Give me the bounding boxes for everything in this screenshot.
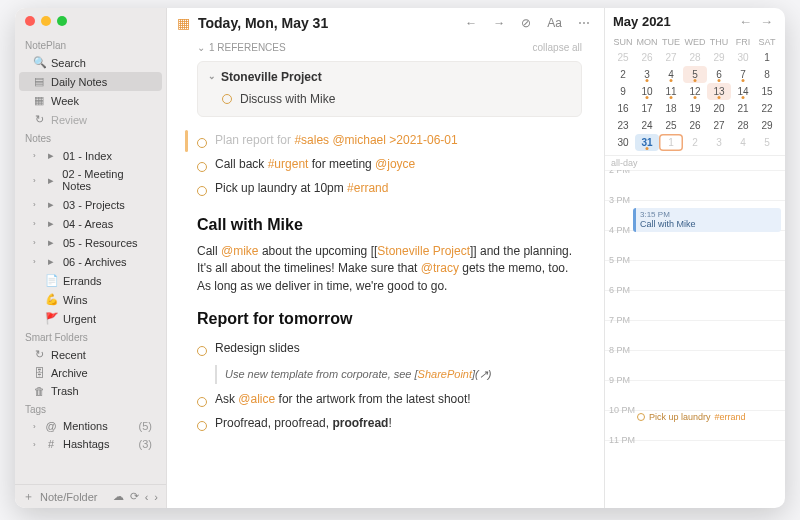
calendar-day[interactable]: 20: [707, 100, 731, 117]
todo-checkbox[interactable]: [197, 421, 207, 431]
timeline-hour[interactable]: 11 PM: [605, 440, 785, 470]
calendar-day[interactable]: 6: [707, 66, 731, 83]
todo-checkbox[interactable]: [197, 346, 207, 356]
todo-checkbox[interactable]: [197, 186, 207, 196]
calendar-day[interactable]: 29: [755, 117, 779, 134]
todo-checkbox[interactable]: [222, 94, 232, 104]
calendar-day[interactable]: 28: [683, 49, 707, 66]
calendar-day[interactable]: 27: [707, 117, 731, 134]
calendar-event[interactable]: 3:15 PMCall with Mike: [633, 208, 781, 232]
calendar-day[interactable]: 1: [659, 134, 683, 151]
calendar-day[interactable]: 30: [611, 134, 635, 151]
chevron-down-icon[interactable]: ⌄: [208, 70, 216, 84]
sidebar-folder[interactable]: ›▸01 - Index: [19, 146, 162, 165]
sidebar-folder[interactable]: ›▸02 - Meeting Notes: [19, 165, 162, 195]
calendar-day[interactable]: 19: [683, 100, 707, 117]
maximize-icon[interactable]: [57, 16, 67, 26]
calendar-day[interactable]: 31: [635, 134, 659, 151]
calendar-day[interactable]: 25: [611, 49, 635, 66]
prev-day-button[interactable]: ←: [461, 14, 481, 32]
next-day-button[interactable]: →: [489, 14, 509, 32]
calendar-day[interactable]: 22: [755, 100, 779, 117]
cal-next-button[interactable]: →: [756, 14, 777, 29]
timeline-hour[interactable]: 4 PM: [605, 230, 785, 260]
calendar-day[interactable]: 26: [683, 117, 707, 134]
calendar-day[interactable]: 26: [635, 49, 659, 66]
wiki-link[interactable]: Stoneville Project: [377, 244, 470, 258]
sync-icon[interactable]: ⟳: [130, 490, 139, 503]
sidebar-smart-folder[interactable]: 🗑Trash: [19, 382, 162, 400]
calendar-day[interactable]: 1: [755, 49, 779, 66]
calendar-day[interactable]: 29: [707, 49, 731, 66]
calendar-task-event[interactable]: Pick up laundry #errand: [633, 411, 781, 423]
sidebar-item-week[interactable]: ▦ Week: [19, 91, 162, 110]
sidebar-item-review[interactable]: ↻ Review: [19, 110, 162, 129]
calendar-day[interactable]: 17: [635, 100, 659, 117]
calendar-day[interactable]: 23: [611, 117, 635, 134]
calendar-day[interactable]: 12: [683, 83, 707, 100]
cal-prev-button[interactable]: ←: [735, 14, 756, 29]
timeline-hour[interactable]: 7 PM: [605, 320, 785, 350]
todo-line[interactable]: Ask @alice for the artwork from the late…: [197, 388, 582, 412]
sidebar-note[interactable]: 🚩Urgent: [19, 309, 162, 328]
add-label[interactable]: Note/Folder: [40, 491, 97, 503]
calendar-day[interactable]: 14: [731, 83, 755, 100]
calendar-day[interactable]: 5: [755, 134, 779, 151]
calendar-day[interactable]: 24: [635, 117, 659, 134]
sidebar-smart-folder[interactable]: ↻Recent: [19, 345, 162, 364]
todo-line[interactable]: Proofread, proofread, proofread!: [197, 412, 582, 436]
calendar-day[interactable]: 25: [659, 117, 683, 134]
close-icon[interactable]: [25, 16, 35, 26]
calendar-day[interactable]: 7: [731, 66, 755, 83]
calendar-day[interactable]: 4: [659, 66, 683, 83]
todo-checkbox[interactable]: [197, 162, 207, 172]
todo-checkbox[interactable]: [197, 397, 207, 407]
calendar-day[interactable]: 21: [731, 100, 755, 117]
calendar-day[interactable]: 30: [731, 49, 755, 66]
calendar-day[interactable]: 18: [659, 100, 683, 117]
todo-line[interactable]: Call back #urgent for meeting @joyce: [197, 153, 582, 177]
timeline-hour[interactable]: 5 PM: [605, 260, 785, 290]
nav-back-icon[interactable]: ‹: [145, 491, 149, 503]
calendar-day[interactable]: 27: [659, 49, 683, 66]
timeline-hour[interactable]: 2 PM: [605, 170, 785, 200]
todo-line[interactable]: Plan report for #sales @michael >2021-06…: [197, 129, 582, 153]
todo-line[interactable]: Redesign slides: [197, 337, 582, 361]
calendar-day[interactable]: 11: [659, 83, 683, 100]
calendar-day[interactable]: 8: [755, 66, 779, 83]
collapse-all-button[interactable]: collapse all: [533, 40, 582, 55]
calendar-day[interactable]: 3: [707, 134, 731, 151]
search-row[interactable]: 🔍 Search: [19, 53, 162, 72]
calendar-day[interactable]: 13: [707, 83, 731, 100]
sidebar-note[interactable]: 📄Errands: [19, 271, 162, 290]
timeline-hour[interactable]: 6 PM: [605, 290, 785, 320]
sidebar-item-daily-notes[interactable]: ▤ Daily Notes: [19, 72, 162, 91]
calendar-day[interactable]: 10: [635, 83, 659, 100]
reference-card[interactable]: ⌄ Stoneville Project Discuss with Mike: [197, 61, 582, 117]
more-button[interactable]: ⋯: [574, 14, 594, 32]
sidebar-folder[interactable]: ›▸04 - Areas: [19, 214, 162, 233]
sidebar-folder[interactable]: ›▸06 - Archives: [19, 252, 162, 271]
references-header[interactable]: ⌄ 1 REFERENCES collapse all: [197, 38, 582, 61]
todo-checkbox[interactable]: [637, 413, 645, 421]
add-icon[interactable]: ＋: [23, 489, 34, 504]
calendar-day[interactable]: 2: [611, 66, 635, 83]
sidebar-note[interactable]: 💪Wins: [19, 290, 162, 309]
sidebar-smart-folder[interactable]: 🗄Archive: [19, 364, 162, 382]
calendar-day[interactable]: 9: [611, 83, 635, 100]
calendar-day[interactable]: 2: [683, 134, 707, 151]
calendar-day[interactable]: 5: [683, 66, 707, 83]
text-style-button[interactable]: Aa: [543, 14, 566, 32]
todo-line[interactable]: Pick up laundry at 10pm #errand: [197, 177, 582, 201]
sidebar-folder[interactable]: ›▸03 - Projects: [19, 195, 162, 214]
minimize-icon[interactable]: [41, 16, 51, 26]
sidebar-tag-group[interactable]: ›#Hashtags(3): [19, 435, 162, 453]
calendar-day[interactable]: 28: [731, 117, 755, 134]
sidebar-folder[interactable]: ›▸05 - Resources: [19, 233, 162, 252]
external-link[interactable]: SharePoint: [418, 368, 472, 380]
calendar-day[interactable]: 15: [755, 83, 779, 100]
timeline[interactable]: 2 PM3 PM4 PM5 PM6 PM7 PM8 PM9 PM10 PM11 …: [605, 170, 785, 508]
cloud-icon[interactable]: ☁: [113, 490, 124, 503]
timeline-hour[interactable]: 8 PM: [605, 350, 785, 380]
calendar-day[interactable]: 3: [635, 66, 659, 83]
